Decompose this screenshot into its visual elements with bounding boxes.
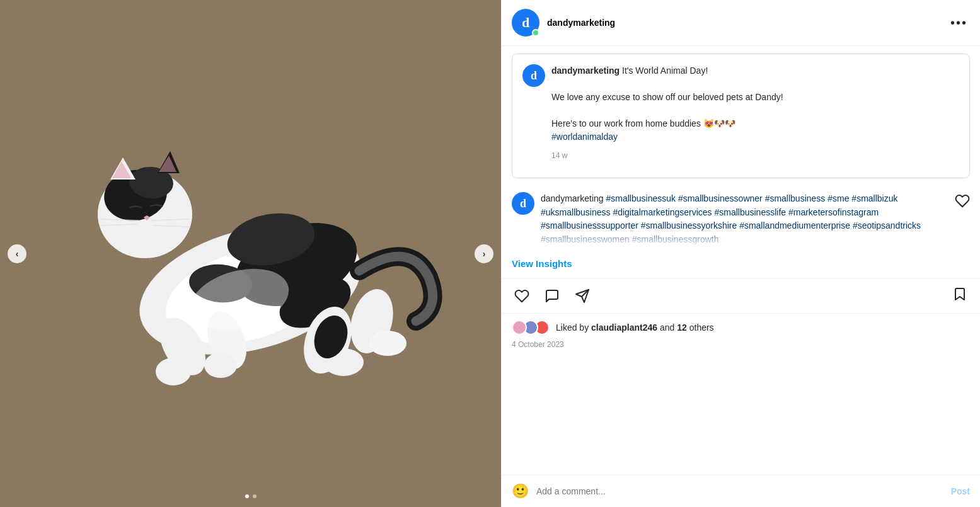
more-options-button[interactable]: ••• bbox=[948, 16, 970, 30]
view-insights-section: View Insights bbox=[502, 253, 980, 278]
hashtags-section: d dandymarketing #smallbusinessuk #small… bbox=[502, 186, 980, 253]
comment-avatar[interactable]: d bbox=[512, 192, 534, 215]
carousel-dot-2[interactable] bbox=[253, 494, 257, 498]
likes-and-label: and bbox=[660, 322, 674, 333]
like-button[interactable] bbox=[512, 286, 532, 306]
hashtags-text: dandymarketing #smallbusinessuk #smallbu… bbox=[541, 192, 948, 247]
svg-point-25 bbox=[204, 353, 237, 378]
share-button[interactable] bbox=[572, 286, 592, 306]
share-icon bbox=[575, 288, 590, 304]
carousel-next-button[interactable]: › bbox=[475, 244, 493, 263]
svg-point-30 bbox=[369, 331, 406, 356]
heart-outline-icon bbox=[955, 193, 970, 208]
caption-box: d dandymarketing It's World Animal Day! … bbox=[512, 54, 970, 178]
comment-button[interactable] bbox=[542, 286, 562, 306]
post-image-panel: ‹ › bbox=[0, 0, 501, 507]
like-comment-button[interactable] bbox=[955, 193, 970, 212]
likes-text: Liked by claudiaplant246 and 12 others bbox=[556, 322, 714, 333]
carousel-dots bbox=[245, 494, 257, 498]
caption-line3: Here's to our work from home buddies 😻🐶🐶 bbox=[551, 118, 735, 128]
post-date: 4 October 2023 bbox=[502, 338, 980, 356]
post-username[interactable]: dandymarketing bbox=[547, 18, 948, 28]
bookmark-icon bbox=[952, 287, 967, 302]
caption-text: dandymarketing It's World Animal Day! We… bbox=[551, 64, 783, 161]
comment-icon bbox=[545, 288, 560, 304]
svg-point-23 bbox=[156, 358, 191, 385]
hashtags-container: dandymarketing #smallbusinessuk #smallbu… bbox=[541, 192, 948, 247]
post-comment-button[interactable]: Post bbox=[951, 486, 970, 496]
caption-avatar[interactable]: d bbox=[522, 64, 545, 87]
likes-by-user[interactable]: claudiaplant246 bbox=[591, 322, 657, 333]
avatar[interactable]: d bbox=[512, 9, 539, 37]
avatar-online-badge bbox=[532, 29, 539, 37]
caption-hashtag[interactable]: #worldanimalday bbox=[551, 132, 618, 142]
add-comment-row: 🙂 Post bbox=[502, 475, 980, 507]
likes-by-label: Liked by bbox=[556, 322, 589, 333]
post-header: d dandymarketing ••• bbox=[502, 0, 980, 46]
caption-line2: We love any excuse to show off our belov… bbox=[551, 92, 783, 102]
caption-header: d dandymarketing It's World Animal Day! … bbox=[522, 64, 959, 161]
likes-count: 12 bbox=[677, 322, 687, 333]
caption-timestamp: 14 w bbox=[551, 150, 783, 161]
heart-icon bbox=[514, 288, 529, 304]
comment-input[interactable] bbox=[536, 486, 943, 496]
chevron-left-icon: ‹ bbox=[16, 249, 19, 259]
carousel-dot-1[interactable] bbox=[245, 494, 249, 498]
emoji-button[interactable]: 🙂 bbox=[512, 483, 529, 499]
action-icons-group bbox=[512, 286, 950, 306]
view-insights-button[interactable]: View Insights bbox=[512, 258, 572, 269]
save-button[interactable] bbox=[950, 284, 970, 308]
post-panel: d dandymarketing ••• d dandymarketing It… bbox=[501, 0, 980, 507]
hashtags-username[interactable]: dandymarketing bbox=[541, 193, 604, 203]
action-bar bbox=[502, 278, 980, 314]
likes-others-label: others bbox=[689, 322, 714, 333]
cat-illustration bbox=[0, 0, 501, 507]
carousel-prev-button[interactable]: ‹ bbox=[8, 244, 26, 263]
like-avatar-1 bbox=[512, 320, 527, 335]
likes-section: Liked by claudiaplant246 and 12 others bbox=[502, 314, 980, 338]
caption-title: It's World Animal Day! bbox=[622, 66, 708, 76]
like-avatars bbox=[512, 320, 546, 335]
caption-username[interactable]: dandymarketing bbox=[551, 66, 620, 76]
chevron-right-icon: › bbox=[483, 249, 486, 259]
